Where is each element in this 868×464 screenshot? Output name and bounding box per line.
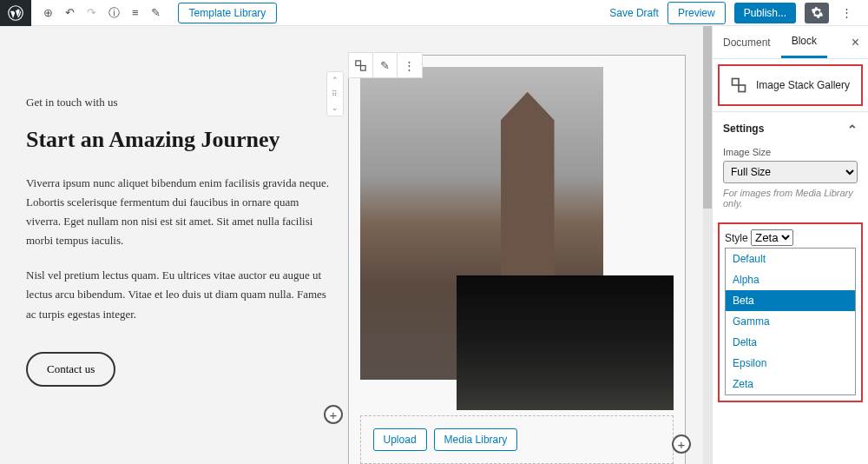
- option-default[interactable]: Default: [726, 249, 855, 269]
- tab-document[interactable]: Document: [713, 28, 781, 57]
- option-alpha[interactable]: Alpha: [726, 269, 855, 290]
- publish-button[interactable]: Publish...: [734, 3, 796, 23]
- insert-block-button[interactable]: +: [324, 405, 343, 424]
- image-size-helper: For images from Media Library only.: [723, 188, 858, 209]
- drag-handle[interactable]: ⌃ ⠿ ⌄: [326, 71, 344, 116]
- image-stack-block[interactable]: Upload Media Library: [348, 55, 686, 464]
- settings-sidebar: Document Block × Image Stack Gallery Set…: [712, 26, 868, 464]
- option-delta[interactable]: Delta: [726, 332, 855, 353]
- append-block-button[interactable]: +: [672, 434, 691, 454]
- editor-scrollbar[interactable]: [703, 26, 712, 464]
- editor-canvas: Get in touch with us Start an Amazing Jo…: [0, 26, 712, 464]
- tab-block[interactable]: Block: [781, 26, 827, 58]
- upload-button[interactable]: Upload: [373, 428, 427, 451]
- stack-image-2[interactable]: [457, 275, 674, 410]
- edit-block-icon[interactable]: ✎: [373, 53, 398, 77]
- svg-rect-4: [739, 85, 746, 92]
- chevron-up-icon[interactable]: ⌃: [332, 76, 339, 84]
- option-gamma[interactable]: Gamma: [726, 311, 855, 332]
- image-size-label: Image Size: [723, 147, 858, 157]
- edit-icon[interactable]: ✎: [151, 6, 161, 19]
- image-size-select[interactable]: Full Size: [723, 161, 858, 183]
- svg-rect-1: [355, 60, 360, 65]
- outline-icon[interactable]: ≡: [132, 6, 139, 19]
- chevron-up-icon: ⌃: [847, 123, 858, 136]
- block-more-icon[interactable]: ⋮: [398, 53, 422, 77]
- settings-button[interactable]: [805, 3, 829, 23]
- svg-rect-2: [360, 65, 365, 70]
- save-draft-link[interactable]: Save Draft: [609, 7, 659, 19]
- style-select[interactable]: Zeta: [751, 229, 793, 246]
- top-bar: ⊕ ↶ ↷ ⓘ ≡ ✎ Template Library Save Draft …: [0, 0, 868, 26]
- drag-dots-icon[interactable]: ⠿: [332, 89, 338, 98]
- gallery-icon: [730, 76, 747, 94]
- option-epsilon[interactable]: Epsilon: [726, 353, 855, 374]
- wordpress-logo[interactable]: [0, 0, 31, 26]
- subtitle[interactable]: Get in touch with us: [26, 96, 331, 109]
- more-options-icon[interactable]: ⋮: [838, 6, 856, 19]
- style-dropdown-list: Default Alpha Beta Gamma Delta Epsilon Z…: [725, 248, 856, 395]
- undo-icon[interactable]: ↶: [65, 6, 75, 19]
- media-dropzone[interactable]: Upload Media Library: [360, 415, 674, 464]
- media-library-button[interactable]: Media Library: [434, 428, 518, 451]
- add-block-icon[interactable]: ⊕: [43, 6, 53, 19]
- preview-button[interactable]: Preview: [667, 2, 726, 24]
- redo-icon[interactable]: ↷: [87, 6, 96, 19]
- svg-rect-3: [733, 79, 740, 86]
- style-label: Style: [725, 232, 748, 244]
- template-library-button[interactable]: Template Library: [178, 3, 278, 23]
- block-type-icon[interactable]: [349, 53, 373, 77]
- chevron-down-icon[interactable]: ⌄: [332, 103, 339, 112]
- block-type-indicator: Image Stack Gallery: [718, 64, 863, 106]
- info-icon[interactable]: ⓘ: [108, 5, 120, 21]
- paragraph-1[interactable]: Viverra ipsum nunc aliquet bibendum enim…: [26, 174, 331, 250]
- settings-panel-header[interactable]: Settings ⌃: [713, 111, 868, 147]
- close-sidebar-icon[interactable]: ×: [843, 35, 868, 50]
- contact-button[interactable]: Contact us: [26, 352, 115, 387]
- option-beta[interactable]: Beta: [726, 290, 855, 311]
- paragraph-2[interactable]: Nisl vel pretium lectus quam. Eu ultrice…: [26, 266, 331, 323]
- option-zeta[interactable]: Zeta: [726, 374, 855, 394]
- block-type-label: Image Stack Gallery: [756, 79, 850, 91]
- page-heading[interactable]: Start an Amazing Journey: [26, 127, 331, 153]
- block-toolbar: ✎ ⋮: [348, 52, 423, 78]
